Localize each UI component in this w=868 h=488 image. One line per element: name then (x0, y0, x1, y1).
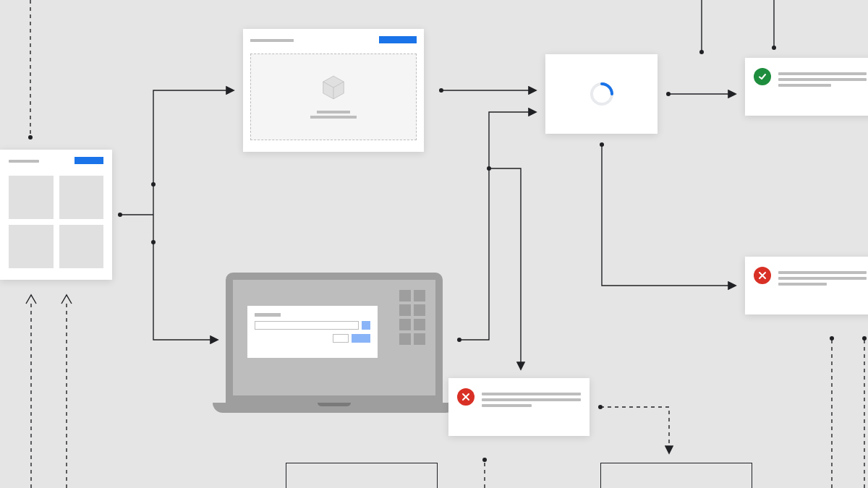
edge-error-to-offscreen (600, 407, 669, 453)
text-placeholder (778, 72, 867, 75)
error-status-card (745, 257, 868, 314)
text-placeholder (778, 78, 867, 81)
svg-point-12 (598, 405, 603, 409)
text-placeholder (778, 271, 867, 274)
edge-branch-down-to-error (489, 168, 521, 369)
tool-palette (399, 290, 425, 345)
svg-point-10 (699, 50, 704, 54)
field-label (255, 313, 281, 317)
gallery-tile[interactable] (59, 225, 104, 268)
text-placeholder (778, 277, 867, 280)
svg-point-8 (666, 92, 671, 96)
svg-point-7 (487, 166, 491, 171)
picker-button[interactable] (362, 321, 370, 330)
svg-point-14 (830, 336, 834, 341)
start-gallery-card (0, 150, 112, 280)
svg-point-3 (151, 182, 156, 187)
edge-processing-to-fail (602, 145, 735, 286)
processing-card (545, 54, 658, 134)
svg-point-2 (118, 213, 122, 217)
gallery-tile[interactable] (9, 176, 54, 219)
gallery-tile[interactable] (9, 225, 54, 268)
svg-point-1 (28, 135, 33, 140)
edge-laptop-to-processing (459, 112, 535, 340)
cancel-button[interactable] (333, 334, 349, 343)
dropzone[interactable] (250, 53, 417, 140)
x-icon (754, 267, 771, 284)
primary-button[interactable] (75, 157, 103, 164)
primary-button[interactable] (379, 36, 417, 43)
edge-start-to-laptop (153, 242, 217, 340)
svg-point-9 (600, 142, 604, 147)
spinner-icon (587, 80, 616, 108)
header-placeholder (9, 160, 39, 163)
arrowhead (26, 295, 36, 304)
arrowhead (61, 295, 72, 304)
text-placeholder (482, 404, 532, 407)
text-placeholder (482, 393, 581, 395)
confirm-button[interactable] (352, 334, 370, 343)
header-placeholder (250, 39, 294, 42)
edge-start-to-upload (153, 90, 233, 184)
svg-point-13 (482, 458, 487, 462)
text-placeholder (778, 84, 831, 87)
text-input[interactable] (255, 321, 359, 330)
dialog-window (247, 306, 378, 358)
connector-layer (0, 0, 868, 488)
svg-point-6 (457, 338, 461, 342)
text-placeholder (778, 283, 827, 286)
package-icon (320, 74, 347, 101)
svg-point-4 (151, 240, 156, 244)
gallery-tile[interactable] (59, 176, 104, 219)
offscreen-frame (286, 463, 438, 488)
text-placeholder (317, 111, 350, 114)
svg-point-11 (772, 46, 776, 50)
offscreen-frame (600, 463, 752, 488)
success-status-card (745, 58, 868, 116)
text-placeholder (482, 398, 581, 401)
x-icon (457, 388, 475, 406)
upload-card (243, 29, 424, 152)
svg-point-15 (862, 336, 867, 341)
error-status-card (448, 378, 590, 436)
svg-point-5 (439, 88, 443, 93)
laptop-illustration (226, 273, 443, 413)
check-icon (754, 68, 771, 85)
text-placeholder (310, 116, 357, 119)
